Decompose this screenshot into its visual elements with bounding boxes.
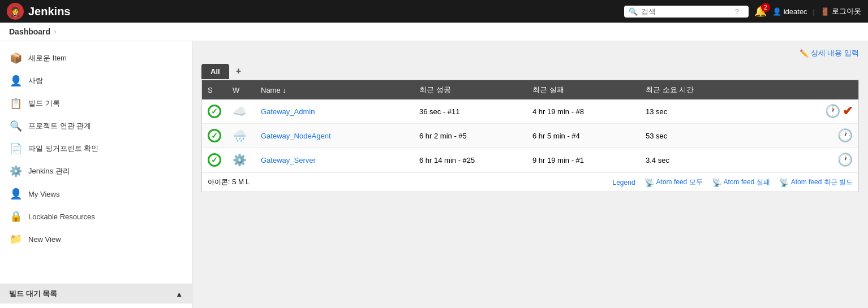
- schedule-icon-2[interactable]: 🕐: [837, 128, 853, 142]
- new-item-icon: 📦: [9, 51, 23, 65]
- failure-cell-1: 4 hr 19 min - #8: [527, 99, 640, 124]
- success-value-3: 6 hr 14 min - #25: [419, 156, 475, 164]
- sidebar-label-my-views: My Views: [28, 190, 59, 198]
- duration-cell-3: 3.4 sec 🕐: [640, 148, 858, 172]
- sidebar-item-jenkins-manage[interactable]: ⚙️ Jenkins 관리: [0, 160, 192, 183]
- tab-all[interactable]: All: [201, 64, 229, 79]
- topnav: 🤵 Jenkins 🔍 ? 🔔 2 👤 ideatec | 🚪 로그아웃: [0, 0, 868, 23]
- failure-cell-3: 9 hr 19 min - #1: [527, 148, 640, 172]
- edit-icon: ✏️: [800, 49, 809, 58]
- build-queue-toggle[interactable]: 빌드 대기 목록 ▲: [0, 284, 192, 303]
- duration-value-3: 3.4 sec: [646, 156, 669, 164]
- icon-sizes: 아이콘: S M L: [208, 177, 250, 187]
- fingerprint-icon: 📄: [9, 142, 23, 155]
- success-cell-2: 6 hr 2 min - #5: [414, 124, 527, 148]
- success-value-1: 36 sec - #11: [419, 107, 460, 116]
- sidebar-label-people: 사람: [28, 76, 43, 86]
- nav-divider: |: [813, 7, 815, 16]
- jenkins-logo[interactable]: 🤵 Jenkins: [7, 3, 70, 20]
- success-cell-3: 6 hr 14 min - #25: [414, 148, 527, 172]
- col-w: W: [227, 80, 255, 99]
- sidebar-item-fingerprint[interactable]: 📄 파일 핑거프린트 확인: [0, 137, 192, 160]
- project-relation-icon: 🔍: [9, 119, 23, 133]
- col-name[interactable]: Name ↓: [255, 80, 414, 99]
- weather-cell-2: 🌧️: [227, 124, 255, 148]
- logout-button[interactable]: 🚪 로그아웃: [820, 6, 861, 16]
- sidebar-label-new-view: New View: [28, 235, 61, 244]
- jenkins-logo-icon: 🤵: [7, 3, 24, 20]
- sidebar-label-lockable-resources: Lockable Resources: [28, 212, 95, 221]
- duration-cell-2: 53 sec 🕐: [640, 124, 858, 148]
- atom-feed-failure-link[interactable]: 📡 Atom feed 실패: [712, 177, 770, 187]
- sidebar-item-new-view[interactable]: 📁 New View: [0, 228, 192, 250]
- sidebar-label-new-item: 새로운 Item: [28, 53, 67, 63]
- sidebar-item-new-item[interactable]: 📦 새로운 Item: [0, 47, 192, 70]
- search-icon: 🔍: [629, 7, 638, 16]
- table-row: ✓ ⚙️ Gateway_Server 6 hr 14 min - #25 9: [202, 148, 858, 172]
- layout: 📦 새로운 Item 👤 사람 📋 빌드 기록 🔍 프로젝트 연관 관계 📄 파…: [0, 41, 868, 308]
- failure-value-3: 9 hr 19 min - #1: [532, 156, 584, 164]
- success-cell-1: 36 sec - #11: [414, 99, 527, 124]
- atom-feed-all-link[interactable]: 📡 Atom feed 모두: [644, 177, 703, 187]
- table-header-row: S W Name ↓ 최근 성공 최근 실패 최근 소요 시간: [202, 80, 858, 99]
- people-icon: 👤: [9, 74, 23, 88]
- notification-badge: 2: [761, 3, 770, 12]
- table-row: ✓ ☁️ Gateway_Admin 36 sec - #11 4 hr 19: [202, 99, 858, 124]
- sidebar-label-build-history: 빌드 기록: [28, 98, 60, 109]
- job-link-gateway-admin[interactable]: Gateway_Admin: [261, 107, 315, 116]
- build-queue-chevron-icon: ▲: [175, 290, 183, 298]
- weather-icon-2: 🌧️: [233, 129, 247, 142]
- weather-cell-3: ⚙️: [227, 148, 255, 172]
- schedule-icon-3[interactable]: 🕐: [837, 153, 853, 167]
- status-ok-icon-2: ✓: [208, 129, 221, 142]
- main-toolbar: ✏️ 상세 내용 입력: [201, 48, 859, 58]
- edit-label: 상세 내용 입력: [811, 48, 859, 58]
- sidebar-item-project-relation[interactable]: 🔍 프로젝트 연관 관계: [0, 115, 192, 137]
- user-menu[interactable]: 👤 ideatec: [772, 7, 807, 16]
- schedule-icon-1[interactable]: 🕐: [825, 104, 840, 119]
- col-s: S: [202, 80, 227, 99]
- failure-value-2: 6 hr 5 min - #4: [532, 132, 580, 140]
- col-last-failure: 최근 실패: [527, 80, 640, 99]
- sidebar-item-my-views[interactable]: 👤 My Views: [0, 183, 192, 205]
- weather-icon-3: ⚙️: [233, 154, 247, 166]
- atom-failure-label: Atom feed 실패: [724, 177, 770, 187]
- name-cell-3: Gateway_Server: [255, 148, 414, 172]
- atom-feed-recent-link[interactable]: 📡 Atom feed 최근 빌드: [779, 177, 853, 187]
- jenkins-logo-text: Jenkins: [28, 5, 70, 18]
- breadcrumb[interactable]: Dashboard: [9, 27, 50, 36]
- view-tabs: All +: [201, 63, 859, 80]
- build-history-icon: 📋: [9, 97, 23, 110]
- search-container: 🔍 ?: [624, 6, 749, 18]
- status-cell-1: ✓: [202, 99, 227, 124]
- notification-bell[interactable]: 🔔 2: [754, 5, 767, 18]
- sidebar-item-people[interactable]: 👤 사람: [0, 70, 192, 92]
- jenkins-manage-icon: ⚙️: [9, 164, 23, 178]
- logout-label: 로그아웃: [832, 6, 861, 16]
- sidebar: 📦 새로운 Item 👤 사람 📋 빌드 기록 🔍 프로젝트 연관 관계 📄 파…: [0, 41, 192, 308]
- job-link-gateway-nodeagent[interactable]: Gateway_NodeAgent: [261, 132, 331, 140]
- rss-icon-failure: 📡: [712, 178, 721, 187]
- status-cell-3: ✓: [202, 148, 227, 172]
- search-input[interactable]: [641, 7, 732, 16]
- help-icon[interactable]: ?: [735, 7, 739, 16]
- sidebar-item-lockable-resources[interactable]: 🔒 Lockable Resources: [0, 205, 192, 228]
- footer-links: Legend 📡 Atom feed 모두 📡 Atom feed 실패 📡 A…: [613, 177, 853, 187]
- atom-recent-label: Atom feed 최근 빌드: [791, 177, 853, 187]
- run-icon-1[interactable]: ✔: [843, 104, 853, 119]
- tab-add[interactable]: +: [229, 63, 248, 80]
- my-views-icon: 👤: [9, 187, 23, 201]
- logout-icon: 🚪: [820, 7, 830, 16]
- duration-value-2: 53 sec: [646, 132, 667, 140]
- build-queue-label: 빌드 대기 목록: [9, 289, 57, 299]
- name-cell-2: Gateway_NodeAgent: [255, 124, 414, 148]
- edit-description-link[interactable]: ✏️ 상세 내용 입력: [800, 48, 859, 58]
- job-link-gateway-server[interactable]: Gateway_Server: [261, 156, 316, 164]
- col-last-success: 최근 성공: [414, 80, 527, 99]
- sidebar-item-build-history[interactable]: 📋 빌드 기록: [0, 92, 192, 115]
- jobs-table: S W Name ↓ 최근 성공 최근 실패 최근 소요 시간 ✓: [202, 80, 858, 172]
- new-view-icon: 📁: [9, 232, 23, 246]
- legend-link[interactable]: Legend: [613, 179, 635, 186]
- success-value-2: 6 hr 2 min - #5: [419, 132, 467, 140]
- user-icon: 👤: [772, 7, 781, 16]
